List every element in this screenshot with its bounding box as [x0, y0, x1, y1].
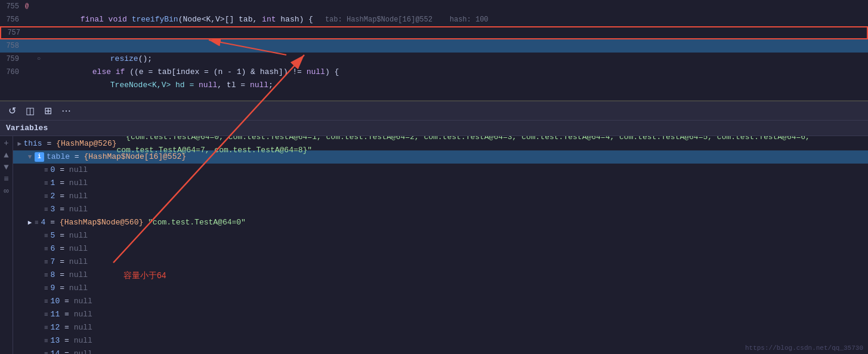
var-down-button[interactable]: ▼: [4, 162, 8, 172]
var-value-4-str: "com.test.TestA@64=0": [143, 216, 246, 229]
code-content-758: resize();: [48, 39, 868, 53]
var-eq-10: =: [60, 295, 73, 308]
var-value-2: null: [69, 190, 88, 203]
var-eq-table: =: [70, 150, 84, 164]
var-row-this[interactable]: ▶ this = {HashMap@526} "{com.test.TestA@…: [13, 137, 868, 150]
keyword-null-4: null: [250, 81, 268, 90]
var-icon-2: ≡: [44, 190, 48, 203]
var-eq-12: =: [60, 321, 73, 334]
var-eq-11: =: [60, 308, 73, 321]
restart-button[interactable]: ↺: [6, 104, 18, 118]
line-number-756: 756: [2, 13, 19, 26]
var-eq-3: =: [55, 203, 69, 216]
extra-button[interactable]: ⋯: [59, 104, 73, 118]
var-add-button[interactable]: +: [4, 138, 8, 148]
var-row-9[interactable]: ≡ 9 = null: [13, 282, 868, 295]
var-row-13[interactable]: ≡ 13 = null: [13, 334, 868, 347]
var-value-table: {HashMap$Node[16]@552}: [84, 150, 186, 164]
var-value-this: {HashMap@526}: [56, 137, 116, 150]
var-eq-7: =: [55, 256, 69, 269]
var-icon-0: ≡: [44, 164, 48, 177]
code-line-758: 758 resize();: [0, 39, 868, 53]
code-content-760: TreeNode<K,V> hd = null, tl = null;: [48, 66, 868, 79]
var-icon-13: ≡: [44, 334, 48, 347]
code-line-759: 759 ○ else if ((e = tab[index = (n - 1) …: [0, 53, 868, 66]
var-name-table: table: [47, 150, 70, 164]
var-eq-14: =: [60, 347, 73, 354]
var-eq-this: =: [42, 137, 56, 150]
var-row-5[interactable]: ≡ 5 = null: [13, 229, 868, 242]
var-value-10: null: [74, 295, 92, 308]
var-icon-4: ≡: [35, 216, 39, 229]
var-eq-0: =: [55, 164, 69, 177]
code-line-755: 755 @ final void treeifyBin(Node<K,V>[] …: [0, 0, 868, 13]
code-content-759: else if ((e = tab[index = (n - 1) & hash…: [48, 53, 868, 66]
var-row-0[interactable]: ≡ 0 = null: [13, 164, 868, 177]
var-row-6[interactable]: ≡ 6 = null: [13, 242, 868, 256]
var-row-3[interactable]: ≡ 3 = null: [13, 203, 868, 216]
breakpoint-755[interactable]: @: [23, 0, 31, 13]
var-infinity-button[interactable]: ∞: [4, 186, 8, 196]
var-row-1[interactable]: ≡ 1 = null: [13, 177, 868, 190]
var-value-0: null: [69, 164, 88, 177]
var-name-14: 14: [51, 347, 60, 354]
var-row-11[interactable]: ≡ 11 = null: [13, 308, 868, 321]
var-row-8[interactable]: ≡ 8 = null 容量小于64: [13, 269, 868, 282]
var-value-1: null: [69, 177, 88, 190]
code-semi: ;: [268, 81, 273, 90]
var-icon-1: ≡: [44, 177, 48, 190]
var-value-11: null: [74, 308, 92, 321]
var-row-2[interactable]: ≡ 2 = null: [13, 190, 868, 203]
line-number-760: 760: [2, 66, 19, 79]
var-value-9: null: [69, 282, 88, 295]
var-name-13: 13: [51, 334, 60, 347]
var-name-10: 10: [51, 295, 60, 308]
variables-header: Variables: [0, 121, 868, 136]
var-name-1: 1: [51, 177, 55, 190]
var-list-button[interactable]: ≡: [4, 174, 8, 184]
var-name-this: this: [23, 137, 42, 150]
var-eq-9: =: [55, 282, 69, 295]
expand-table[interactable]: ▼: [25, 150, 35, 164]
table-button[interactable]: ◫: [23, 104, 37, 118]
expand-4[interactable]: ▶: [25, 216, 35, 229]
var-row-7[interactable]: ≡ 7 = null: [13, 256, 868, 269]
var-name-8: 8: [51, 269, 55, 282]
var-icon-7: ≡: [44, 256, 48, 269]
var-eq-1: =: [55, 177, 69, 190]
var-row-12[interactable]: ≡ 12 = null: [13, 321, 868, 334]
var-eq-6: =: [55, 242, 69, 256]
var-icon-table: i: [35, 152, 44, 162]
var-name-7: 7: [51, 256, 55, 269]
var-eq-2: =: [55, 190, 69, 203]
var-row-14[interactable]: ≡ 14 = null: [13, 347, 868, 354]
var-eq-8: =: [55, 269, 69, 282]
line-number-757: 757: [4, 26, 20, 39]
variables-title: Variables: [6, 124, 48, 133]
code-tl: , tl =: [217, 81, 250, 90]
var-name-3: 3: [51, 203, 55, 216]
var-value-6: null: [69, 242, 88, 256]
var-value-7: null: [69, 256, 88, 269]
var-up-button[interactable]: ▲: [4, 150, 8, 160]
var-name-6: 6: [51, 242, 55, 256]
var-icon-12: ≡: [44, 321, 48, 334]
var-eq-5: =: [55, 229, 69, 242]
grid-button[interactable]: ⊞: [42, 104, 54, 118]
var-row-4[interactable]: ▶ ≡ 4 = {HashMap$Node@560} "com.test.Tes…: [13, 216, 868, 229]
expand-this[interactable]: ▶: [16, 137, 23, 150]
line-number-755: 755: [2, 0, 19, 13]
line-number-758: 758: [2, 39, 19, 53]
var-icon-8: ≡: [44, 269, 48, 282]
var-icon-10: ≡: [44, 295, 48, 308]
code-editor: 755 @ final void treeifyBin(Node<K,V>[] …: [0, 0, 868, 101]
keyword-null-3: null: [199, 81, 217, 90]
debug-toolbar: ↺ ◫ ⊞ ⋯: [0, 101, 868, 121]
var-name-2: 2: [51, 190, 55, 203]
code-content-756: int n, index; Node<K,V> e;n (slot_3): 16: [48, 13, 868, 26]
var-value-this-str: "{com.test.TestA@64=0, com.test.TestA@64…: [117, 136, 869, 157]
code-content-757: if (tab == null || (n = tab.length) < MI…: [49, 27, 867, 38]
var-row-10[interactable]: ≡ 10 = null: [13, 295, 868, 308]
watermark: https://blog.csdn.net/qq_35730: [745, 344, 863, 352]
var-tree: ▶ this = {HashMap@526} "{com.test.TestA@…: [13, 136, 868, 354]
